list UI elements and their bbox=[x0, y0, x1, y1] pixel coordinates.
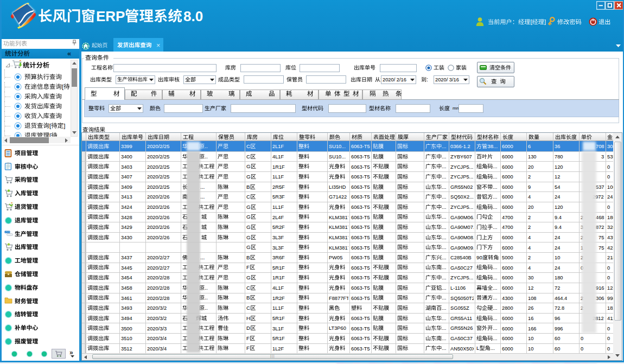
svg-text:SU10...: SU10... bbox=[329, 154, 346, 159]
svg-text:6063-T5: 6063-T5 bbox=[351, 164, 370, 169]
svg-text:..: .. bbox=[205, 143, 208, 149]
svg-text:G: G bbox=[246, 234, 251, 240]
svg-text:3424: 3424 bbox=[121, 205, 132, 210]
svg-text:GA50C27: GA50C27 bbox=[450, 265, 473, 271]
svg-text:2020/3/3: 2020/3/3 bbox=[147, 325, 167, 331]
svg-text:KLM3817: KLM3817 bbox=[329, 235, 348, 240]
svg-text:2800: 2800 bbox=[502, 305, 513, 311]
svg-text:...: ... bbox=[493, 194, 497, 200]
svg-text:24: 24 bbox=[555, 265, 560, 271]
svg-text:6000: 6000 bbox=[502, 336, 513, 341]
svg-text:2020/3/2: 2020/3/2 bbox=[147, 305, 167, 311]
svg-text:2020/3/4: 2020/3/4 bbox=[147, 346, 167, 351]
svg-text:...: ... bbox=[200, 184, 205, 190]
svg-text:6000: 6000 bbox=[502, 316, 513, 321]
svg-text:3445: 3445 bbox=[121, 265, 132, 271]
svg-text:ERP: ERP bbox=[96, 8, 125, 24]
svg-text:...: ... bbox=[493, 163, 497, 169]
svg-text:6063-T5: 6063-T5 bbox=[351, 285, 370, 291]
svg-text:8.0: 8.0 bbox=[183, 8, 203, 24]
svg-text:0: 0 bbox=[607, 174, 610, 180]
svg-text:9: 9 bbox=[528, 184, 531, 190]
svg-text:2020/2/25: 2020/2/25 bbox=[147, 184, 169, 190]
svg-text:2020/2/27: 2020/2/27 bbox=[147, 265, 169, 271]
svg-text:KLM3817: KLM3817 bbox=[329, 214, 348, 220]
svg-text:90: 90 bbox=[476, 254, 482, 260]
svg-text:...: ... bbox=[442, 244, 446, 250]
svg-text:F: F bbox=[246, 265, 250, 271]
svg-text:5R1F: 5R1F bbox=[272, 336, 285, 341]
svg-text:10: 10 bbox=[555, 255, 560, 260]
svg-text:3407: 3407 bbox=[121, 174, 132, 180]
svg-text:SU10...: SU10... bbox=[329, 144, 346, 149]
svg-text:2R5F: 2R5F bbox=[272, 184, 285, 190]
svg-text:ZYCJP5...: ZYCJP5... bbox=[450, 275, 473, 280]
svg-text:1L1F: 1L1F bbox=[272, 205, 284, 210]
svg-text:...: ... bbox=[200, 194, 205, 200]
svg-text:6063-T5: 6063-T5 bbox=[351, 225, 370, 230]
svg-text:4700: 4700 bbox=[502, 225, 513, 230]
svg-text:9.4: 9.4 bbox=[555, 214, 562, 220]
svg-text:...: ... bbox=[442, 335, 446, 341]
svg-text:3500: 3500 bbox=[121, 325, 132, 331]
svg-text:3403: 3403 bbox=[121, 164, 132, 169]
svg-text:6063-T5: 6063-T5 bbox=[351, 174, 370, 180]
svg-text:3493: 3493 bbox=[121, 305, 132, 311]
svg-text:6063-T5: 6063-T5 bbox=[351, 245, 370, 250]
svg-text:4L1F: 4L1F bbox=[272, 154, 284, 159]
svg-text:[: [ bbox=[49, 123, 52, 129]
svg-text:0: 0 bbox=[581, 346, 583, 351]
svg-text:3L3F: 3L3F bbox=[272, 245, 284, 250]
svg-text:SQ5050T20: SQ5050T20 bbox=[450, 295, 474, 301]
svg-text:3L1F: 3L1F bbox=[272, 325, 284, 331]
svg-text:...: ... bbox=[493, 335, 497, 341]
svg-text:...: ... bbox=[442, 295, 446, 301]
svg-text:2020/ 3/16: 2020/ 3/16 bbox=[435, 77, 459, 82]
svg-text:6063-T5: 6063-T5 bbox=[351, 295, 370, 301]
svg-text:B: B bbox=[246, 295, 250, 301]
svg-text:3409: 3409 bbox=[121, 184, 132, 190]
svg-text:2: 2 bbox=[528, 225, 531, 230]
svg-text:G: G bbox=[246, 224, 251, 230]
svg-text:...: ... bbox=[442, 214, 446, 220]
svg-text:38...: 38... bbox=[487, 143, 498, 149]
svg-text:...: ... bbox=[442, 285, 446, 291]
svg-text:...: ... bbox=[493, 204, 497, 210]
svg-text:GR55A11: GR55A11 bbox=[450, 316, 472, 321]
svg-text:2020/3/4: 2020/3/4 bbox=[147, 336, 167, 341]
svg-text:...: ... bbox=[442, 174, 446, 180]
svg-text:..: .. bbox=[205, 285, 208, 291]
svg-text:2L1F: 2L1F bbox=[272, 144, 284, 149]
svg-text:...: ... bbox=[442, 143, 446, 149]
svg-text:B: B bbox=[246, 254, 250, 260]
svg-text:C: C bbox=[246, 154, 250, 159]
svg-text:...: ... bbox=[493, 325, 497, 331]
svg-text:...: ... bbox=[493, 285, 497, 291]
svg-text:4300: 4300 bbox=[502, 295, 513, 301]
svg-text:...: ... bbox=[442, 274, 446, 280]
svg-text:3: 3 bbox=[601, 154, 604, 159]
svg-text:6000: 6000 bbox=[502, 164, 513, 169]
svg-text:24: 24 bbox=[555, 245, 560, 250]
svg-text:75: 75 bbox=[598, 245, 604, 250]
svg-text:166: 166 bbox=[528, 325, 537, 331]
svg-text:916: 916 bbox=[596, 285, 604, 291]
svg-text:2020/2/25: 2020/2/25 bbox=[147, 154, 169, 159]
svg-text::: : bbox=[426, 76, 428, 82]
svg-text:780: 780 bbox=[555, 154, 563, 159]
svg-text:LI35HD: LI35HD bbox=[329, 184, 346, 190]
svg-text:D: D bbox=[246, 325, 250, 331]
svg-text:306: 306 bbox=[596, 295, 604, 301]
svg-text:1R1F: 1R1F bbox=[272, 275, 285, 280]
svg-text:60: 60 bbox=[555, 336, 560, 341]
svg-text:...: ... bbox=[442, 254, 446, 260]
svg-text:26: 26 bbox=[528, 305, 533, 311]
svg-text:6000: 6000 bbox=[502, 265, 513, 271]
svg-text:2020/2/27: 2020/2/27 bbox=[147, 255, 169, 260]
svg-text:5R2F: 5R2F bbox=[272, 225, 285, 230]
svg-text:G: G bbox=[246, 274, 251, 280]
svg-text:G: G bbox=[246, 244, 251, 250]
svg-text:ZYCJP5...: ZYCJP5... bbox=[450, 205, 473, 210]
svg-text:...: ... bbox=[442, 154, 446, 159]
svg-text:12: 12 bbox=[555, 174, 560, 180]
